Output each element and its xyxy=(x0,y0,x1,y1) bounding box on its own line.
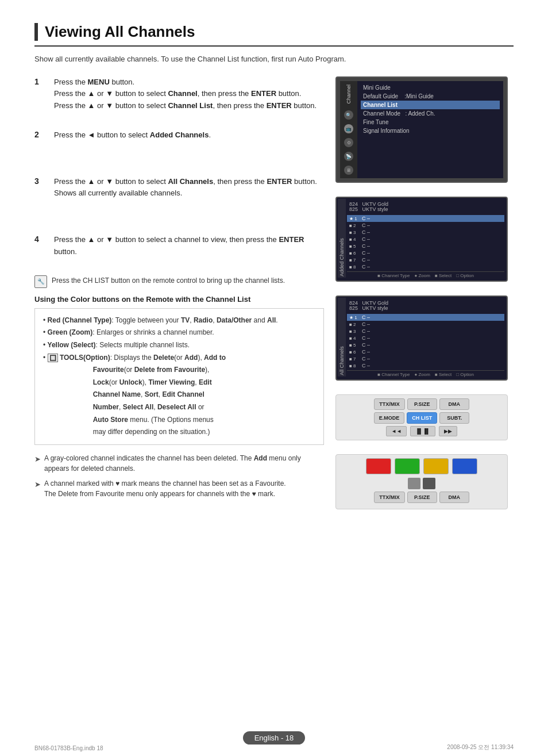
remote-btn-ttxmix: TTX/MIX xyxy=(374,398,405,410)
remote-1-nav: ◄◄ ▐▌▐▌ ▶▶ xyxy=(341,426,503,436)
footer-label: English - 18 xyxy=(243,731,306,745)
page-title: Viewing All Channels xyxy=(45,23,195,41)
step-3: 3 Press the ▲ or ▼ button to select All … xyxy=(34,176,324,200)
step-1-text: Press the MENU button. Press the ▲ or ▼ … xyxy=(54,76,317,112)
screen-2: Added Channels 824 UKTV Gold 825 UKTV st… xyxy=(335,197,508,282)
sidebar-icon-antenna: 📡 xyxy=(344,152,353,161)
sidebar-icon-active: 📺 xyxy=(344,124,353,133)
menu-channel-list: Channel List xyxy=(361,101,500,109)
remote-2-row-1: TTX/MIX P.SIZE DMA xyxy=(341,492,503,503)
tip-2: ➤ A channel marked with ♥ mark means the… xyxy=(34,478,324,499)
note-icon: 🔧 xyxy=(34,275,47,288)
ch-row-7-s3: ■ 7C – xyxy=(347,355,504,362)
remote-btn-psize: P.SIZE xyxy=(407,398,437,410)
remote-nav-left: ◄◄ xyxy=(386,426,407,436)
sidebar-icon-search: 🔍 xyxy=(344,110,353,120)
footer-date: 2008-09-25 오전 11:39:34 xyxy=(447,743,514,751)
step-3-text: Press the ▲ or ▼ button to select All Ch… xyxy=(54,176,324,200)
step-4-text: Press the ▲ or ▼ button to select a chan… xyxy=(54,234,324,258)
tip-2-text: A channel marked with ♥ mark means the c… xyxy=(44,478,286,499)
menu-channel-mode: Channel Mode : Added Ch. xyxy=(361,109,500,118)
ch-label-1: Channel xyxy=(346,85,352,104)
remote-2-icon-1 xyxy=(408,478,420,489)
ch-row-6-s3: ■ 6C – xyxy=(347,348,504,355)
content-area: 1 Press the MENU button. Press the ▲ or … xyxy=(34,76,514,510)
ch-row-3-s3: ■ 3C – xyxy=(347,328,504,335)
ch-row-6-s2: ■ 6C – xyxy=(347,250,504,256)
tip-1-arrow: ➤ xyxy=(34,454,41,465)
remote-2-btn-ttxmix: TTX/MIX xyxy=(374,492,405,503)
remote-nav-right: ▶▶ xyxy=(439,426,457,436)
screen-1-tv: Channel 🔍 📺 ⚙ 📡 🖥 Mini Guide Default Gui… xyxy=(335,76,508,183)
sidebar-icon-display: 🖥 xyxy=(344,166,353,175)
remote-2-btn-dma: DMA xyxy=(439,492,469,503)
ch-row-7-s2: ■ 7C – xyxy=(347,256,504,263)
color-section-title: Using the Color buttons on the Remote wi… xyxy=(34,295,324,304)
screen-1-inner: Channel 🔍 📺 ⚙ 📡 🖥 Mini Guide Default Gui… xyxy=(340,81,503,179)
color-item-green: • Green (Zoom): Enlarges or shrinks a ch… xyxy=(43,327,315,339)
step-4: 4 Press the ▲ or ▼ button to select a ch… xyxy=(34,234,324,258)
menu-default-guide: Default Guide :Mini Guide xyxy=(361,92,500,101)
right-col: Channel 🔍 📺 ⚙ 📡 🖥 Mini Guide Default Gui… xyxy=(335,76,514,510)
remote-1-row-2: E.MODE CH LIST SUBT. xyxy=(341,412,503,424)
channel-content-1: Mini Guide Default Guide :Mini Guide Cha… xyxy=(357,81,503,179)
sidebar-icon-settings: ⚙ xyxy=(344,138,353,147)
remote-1: TTX/MIX P.SIZE DMA E.MODE CH LIST SUBT. … xyxy=(335,394,508,440)
color-btn-green xyxy=(395,458,420,474)
ch-row-4-s2: ■ 4C – xyxy=(347,236,504,243)
remote-2-icon-2 xyxy=(423,478,435,489)
ch-row-5-s3: ■ 5C – xyxy=(347,341,504,348)
remote-nav-mid: ▐▌▐▌ xyxy=(410,426,435,436)
screen-3-content: 824 UKTV Gold 825 UKTV style ★ 1C – ■ 2C… xyxy=(347,299,504,377)
tips-section: ➤ A gray-colored channel indicates the c… xyxy=(34,453,324,499)
step-4-num: 4 xyxy=(34,235,48,244)
color-btn-red xyxy=(366,458,391,474)
menu-fine-tune: Fine Tune xyxy=(361,118,500,126)
remote-2: TTX/MIX P.SIZE DMA xyxy=(335,454,508,509)
step-1-num: 1 xyxy=(34,77,48,86)
ch-row-2-s3: ■ 2C – xyxy=(347,321,504,328)
note-text: Press the CH LIST button on the remote c… xyxy=(52,275,285,286)
ch-row-2-s2: ■ 2C – xyxy=(347,222,504,229)
ch-row-8-s2: ■ 8C – xyxy=(347,263,504,270)
ch-row-1-s2: ★ 1C – xyxy=(347,215,504,222)
color-info-box: • Red (Channel Type): Toggle between you… xyxy=(34,308,324,445)
step-2-text: Press the ◄ button to select Added Chann… xyxy=(54,129,211,141)
color-btn-yellow xyxy=(423,458,449,474)
screen-3: All Channels 824 UKTV Gold 825 UKTV styl… xyxy=(335,296,508,381)
ch-row-1-s3: ★ 1C – xyxy=(347,314,504,321)
remote-btn-subt: SUBT. xyxy=(439,412,469,424)
color-item-tools: • 🔲 TOOLS(Option): Displays the Delete(o… xyxy=(43,352,315,439)
screen-2-container: Added Channels 824 UKTV Gold 825 UKTV st… xyxy=(335,197,514,282)
page-footer: English - 18 xyxy=(0,731,548,745)
tip-2-arrow: ➤ xyxy=(34,479,41,490)
screen-3-label: All Channels xyxy=(338,298,346,377)
screen-2-top2: 825 UKTV style xyxy=(347,205,504,213)
title-accent xyxy=(34,23,38,41)
ch-row-8-s3: ■ 8C – xyxy=(347,362,504,369)
ch-row-3-s2: ■ 3C – xyxy=(347,229,504,236)
screen-2-label: Added Channels xyxy=(338,199,346,278)
tip-1: ➤ A gray-colored channel indicates the c… xyxy=(34,453,324,474)
ch-row-4-s3: ■ 4C – xyxy=(347,335,504,341)
step-3-num: 3 xyxy=(34,176,48,186)
left-col: 1 Press the MENU button. Press the ▲ or … xyxy=(34,76,324,510)
step-2-num: 2 xyxy=(34,130,48,139)
page-container: Viewing All Channels Show all currently … xyxy=(0,0,548,756)
remote-btn-dma: DMA xyxy=(439,398,469,410)
color-item-red: • Red (Channel Type): Toggle between you… xyxy=(43,314,315,327)
remote-2-btn-psize: P.SIZE xyxy=(407,492,437,503)
remote-btn-emode: E.MODE xyxy=(374,412,405,424)
screen-3-top2: 825 UKTV style xyxy=(347,304,504,312)
subtitle: Show all currently available channels. T… xyxy=(34,53,514,65)
color-item-yellow: • Yellow (Select): Selects multiple chan… xyxy=(43,339,315,352)
remote-btn-chlist: CH LIST xyxy=(407,412,437,424)
screen-3-footer: ■ Channel Type● Zoom■ Select□ Option xyxy=(347,370,504,377)
remote-2-icon-row xyxy=(341,478,503,489)
step-2: 2 Press the ◄ button to select Added Cha… xyxy=(34,129,324,141)
screen-2-content: 824 UKTV Gold 825 UKTV style ★ 1C – ■ 2C… xyxy=(347,200,504,278)
step-1: 1 Press the MENU button. Press the ▲ or … xyxy=(34,76,324,112)
ch-top-825-s3: 825 UKTV style xyxy=(349,305,388,311)
channel-sidebar-1: Channel 🔍 📺 ⚙ 📡 🖥 xyxy=(340,81,357,179)
remote-1-row-1: TTX/MIX P.SIZE DMA xyxy=(341,398,503,410)
